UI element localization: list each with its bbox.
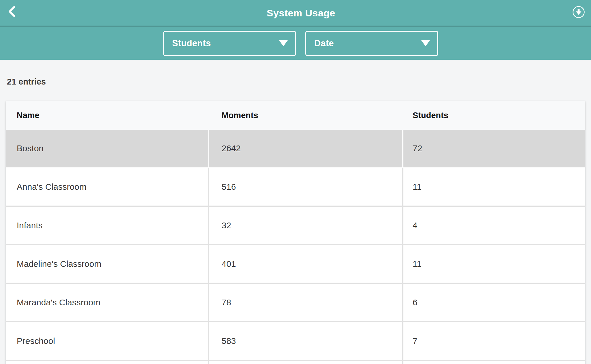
table-cell-moments: 78 xyxy=(209,284,403,321)
table-row[interactable]: Boston 2642 72 xyxy=(6,130,585,168)
column-header-moments: Moments xyxy=(209,111,403,120)
table-body: Boston 2642 72 Anna's Classroom 516 11 I… xyxy=(6,130,585,361)
students-filter-label: Students xyxy=(172,38,211,49)
table-cell-students xyxy=(403,361,585,364)
download-circle-icon xyxy=(572,14,585,19)
students-filter-dropdown[interactable]: Students xyxy=(163,31,296,56)
entries-count: 21 entries xyxy=(7,77,585,86)
table-cell-name: Anna's Classroom xyxy=(6,168,209,206)
table-cell-students: 72 xyxy=(403,130,585,167)
column-header-name: Name xyxy=(6,111,209,120)
chevron-down-icon xyxy=(279,40,288,46)
table-header-row: Name Moments Students xyxy=(6,101,585,130)
table-cell-students: 11 xyxy=(403,245,585,283)
table-cell-name: Infants xyxy=(6,207,209,244)
table-cell-students: 11 xyxy=(403,168,585,206)
table-row[interactable]: Maranda's Classroom 78 6 xyxy=(6,284,585,322)
download-button[interactable] xyxy=(572,6,585,18)
date-filter-dropdown[interactable]: Date xyxy=(305,31,438,56)
chevron-left-icon xyxy=(7,6,16,18)
table-cell-name xyxy=(6,361,209,364)
page-title: System Usage xyxy=(267,7,335,18)
table-cell-name: Preschool xyxy=(6,322,209,360)
chevron-down-icon xyxy=(421,40,430,46)
table-cell-moments: 2642 xyxy=(209,130,403,167)
date-filter-label: Date xyxy=(314,38,334,49)
table-cell-name: Madeline's Classroom xyxy=(6,245,209,283)
column-header-students: Students xyxy=(403,111,585,120)
table-cell-name: Boston xyxy=(6,130,209,167)
table-cell-moments: 516 xyxy=(209,168,403,206)
table-row[interactable]: Preschool 583 7 xyxy=(6,322,585,361)
table-row[interactable]: Anna's Classroom 516 11 xyxy=(6,168,585,207)
table-cell-moments xyxy=(209,361,403,364)
screen: System Usage Students Date 21 entries Na… xyxy=(0,0,591,364)
table-cell-moments: 401 xyxy=(209,245,403,283)
table-cell-students: 6 xyxy=(403,284,585,321)
table-row[interactable]: Infants 32 4 xyxy=(6,207,585,245)
table-row[interactable]: Madeline's Classroom 401 11 xyxy=(6,245,585,284)
table-row-partial[interactable] xyxy=(6,361,585,364)
table-cell-moments: 583 xyxy=(209,322,403,360)
table-cell-students: 7 xyxy=(403,322,585,360)
content: 21 entries Name Moments Students Boston … xyxy=(0,60,591,364)
table-cell-moments: 32 xyxy=(209,207,403,244)
table-cell-students: 4 xyxy=(403,207,585,244)
filter-bar: Students Date xyxy=(0,27,591,60)
app-bar: System Usage xyxy=(0,0,591,27)
back-button[interactable] xyxy=(5,5,18,19)
table-cell-name: Maranda's Classroom xyxy=(6,284,209,321)
usage-table: Name Moments Students Boston 2642 72 Ann… xyxy=(6,101,585,364)
